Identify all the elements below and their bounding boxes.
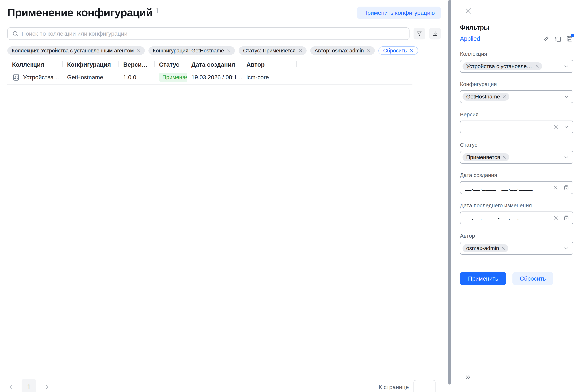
copy-icon [554,35,562,42]
column-header-created[interactable]: Дата создания [187,60,242,70]
close-icon [409,48,414,53]
cell-status: Применяется [154,70,187,84]
cell-author: lcm-core [242,70,296,84]
table-row[interactable]: Устройства с установленным агентом GetHo… [7,70,412,85]
tag-remove-icon[interactable] [502,155,507,160]
chevron-down-icon [563,154,569,160]
filter-group-configuration: Конфигурация GetHostname [460,81,573,103]
cell-collection: Устройства с установленным агентом [7,70,62,84]
active-filter-chips: Коллекция: Устройства с установленным аг… [7,46,441,55]
unsaved-changes-dot [571,34,574,37]
save-preset-button[interactable] [566,35,573,42]
filter-chip-collection[interactable]: Коллекция: Устройства с установленным аг… [7,46,145,55]
version-select[interactable] [460,120,573,133]
download-icon [432,30,438,37]
search-icon [12,30,19,37]
filter-chip-author[interactable]: Автор: osmax-admin [310,46,375,55]
column-header-status[interactable]: Статус [154,60,187,70]
column-header-collection[interactable]: Коллекция [7,60,62,70]
selected-tag: Применяется [463,153,509,161]
chevron-left-icon [7,384,15,391]
double-chevron-right-icon [464,374,471,381]
results-count: 1 [155,6,159,15]
clear-icon[interactable] [553,215,559,221]
goto-page-input[interactable] [414,380,435,392]
selected-tag: GetHostname [463,92,509,101]
apply-configuration-button[interactable]: Применить конфигурацию [357,6,441,19]
next-page-button[interactable] [43,384,51,391]
filters-panel-title: Фильтры [460,24,583,31]
tag-remove-icon[interactable] [535,64,539,69]
search-input[interactable] [22,30,405,37]
filter-button[interactable] [414,28,425,40]
filter-group-collection: Коллекция Устройства с установленным аге… [460,51,573,73]
pencil-icon [543,35,550,42]
title-row: Применение конфигураций 1 Применить конф… [7,6,441,19]
chevron-down-icon [563,94,569,100]
column-header-author[interactable]: Автор [242,60,296,70]
cell-created-date: 19.03.2026 / 08:1… [187,70,242,84]
cell-configuration: GetHostname [62,70,118,84]
collapse-panel-button[interactable] [464,374,471,381]
tag-remove-icon[interactable] [501,246,506,250]
filter-group-modified-date: Дата последнего изменения [460,202,573,224]
chip-remove-icon[interactable] [136,48,141,53]
modified-date-range[interactable] [460,212,573,224]
selected-tag: Устройства с установленным агентом [463,62,542,70]
search-box[interactable] [7,28,410,40]
close-icon [464,7,472,15]
chevron-down-icon [563,245,569,251]
clear-icon[interactable] [553,124,559,130]
filter-group-created-date: Дата создания [460,172,573,194]
author-select[interactable]: osmax-admin [460,242,573,255]
copy-preset-button[interactable] [554,35,562,42]
status-badge: Применяется [159,73,187,82]
apply-filters-button[interactable]: Применить [460,272,506,285]
vertical-scrollbar[interactable] [448,0,451,384]
main-content: Применение конфигураций 1 Применить конф… [0,0,449,392]
tag-remove-icon[interactable] [502,94,507,99]
preset-name-link[interactable]: Applied [460,35,480,42]
chip-remove-icon[interactable] [226,48,231,53]
filter-chip-status[interactable]: Статус: Применяется [238,46,307,55]
status-select[interactable]: Применяется [460,151,573,164]
previous-page-button[interactable] [7,384,15,391]
funnel-icon [416,30,423,37]
chevron-down-icon [563,124,569,130]
chevron-right-icon [43,384,51,391]
filter-group-version: Версия [460,112,573,133]
calendar-icon[interactable] [563,185,569,190]
created-date-range[interactable] [460,181,573,194]
configurations-table: Коллекция Конфигурация Верси… Статус Дат… [7,60,412,85]
chevron-down-icon [563,64,569,69]
date-range-input[interactable] [465,184,553,191]
table-header: Коллекция Конфигурация Верси… Статус Дат… [7,60,412,70]
filters-panel: Фильтры Applied Коллекция Устройства с у… [452,0,583,392]
goto-page-label: К странице [379,384,409,390]
chip-remove-icon[interactable] [298,48,303,53]
collection-checklist-icon [12,73,20,81]
column-header-version[interactable]: Верси… [118,60,154,70]
panel-close-button[interactable] [464,7,472,15]
page-number-button[interactable]: 1 [22,379,36,392]
edit-preset-button[interactable] [543,35,550,42]
date-range-input[interactable] [465,215,553,222]
reset-filters-button[interactable]: Сбросить [512,272,553,285]
search-row [7,28,441,40]
chip-remove-icon[interactable] [366,48,371,53]
filter-group-status: Статус Применяется [460,142,573,164]
clear-icon[interactable] [553,185,559,190]
cell-version: 1.0.0 [118,70,154,84]
page-title: Применение конфигураций [7,6,152,19]
configuration-select[interactable]: GetHostname [460,90,573,103]
selected-tag: osmax-admin [463,244,508,252]
calendar-icon[interactable] [563,215,569,221]
collection-select[interactable]: Устройства с установленным агентом [460,60,573,73]
filter-group-author: Автор osmax-admin [460,233,573,255]
preset-row: Applied [460,35,573,42]
pagination-bar: 1 К странице [7,379,441,392]
download-button[interactable] [429,28,441,40]
reset-filters-chip[interactable]: Сбросить [378,46,418,55]
column-header-configuration[interactable]: Конфигурация [62,60,118,70]
filter-chip-configuration[interactable]: Конфигурация: GetHostname [148,46,235,55]
